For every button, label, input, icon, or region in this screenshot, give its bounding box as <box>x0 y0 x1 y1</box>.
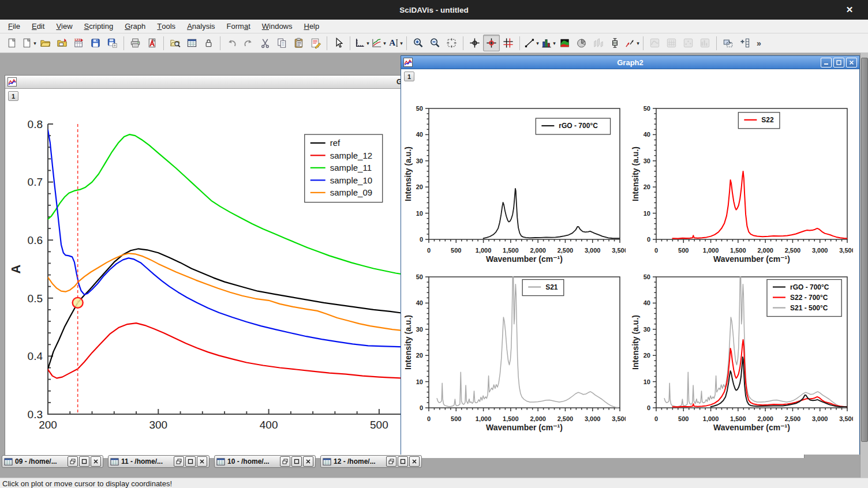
legend: S21 <box>522 280 564 296</box>
show-table-icon[interactable] <box>184 35 200 51</box>
maximize-icon[interactable] <box>833 58 844 67</box>
menu-scripting[interactable]: Scripting <box>78 20 119 33</box>
paste-icon[interactable] <box>290 35 307 51</box>
undo-icon[interactable] <box>223 35 240 51</box>
svg-text:500: 500 <box>451 415 461 422</box>
svg-text:0.6: 0.6 <box>28 234 43 246</box>
data-reader-icon[interactable] <box>483 35 500 51</box>
save-project-icon[interactable] <box>87 35 104 51</box>
menu-windows[interactable]: Windows <box>256 20 298 33</box>
workspace-scrollbar[interactable] <box>860 53 868 478</box>
cut-icon[interactable] <box>257 35 274 51</box>
svg-text:30: 30 <box>416 157 423 164</box>
import-ascii-icon[interactable]: 123 <box>70 35 87 51</box>
graph2-layer-button[interactable]: 1 <box>404 72 414 81</box>
select-range-icon[interactable] <box>500 35 517 51</box>
toolbar-overflow-chevron[interactable]: » <box>757 39 761 48</box>
zoom-in-icon[interactable] <box>410 35 426 51</box>
dropdown-arrow-icon[interactable]: ▾ <box>383 40 386 46</box>
graph2-titlebar[interactable]: Graph2 <box>401 56 859 69</box>
dropdown-arrow-icon[interactable]: ▾ <box>366 40 369 46</box>
new-project-icon[interactable] <box>3 35 20 51</box>
menu-graph[interactable]: Graph <box>119 20 151 33</box>
dropdown-arrow-icon[interactable]: ▾ <box>553 40 556 46</box>
uvvis-chart[interactable]: 2003004005000.30.40.50.60.70.8Arefsample… <box>5 89 405 457</box>
plot-vector-icon[interactable]: ▾ <box>623 35 640 51</box>
scrollbar-thumb[interactable] <box>861 58 868 442</box>
raman-chart-s22[interactable]: 05001,0001,5002,0002,5003,0003,500010203… <box>631 103 853 266</box>
plot-contour-icon[interactable] <box>556 35 573 51</box>
minimize-icon[interactable] <box>821 58 832 67</box>
svg-text:0: 0 <box>427 415 431 422</box>
svg-text:20: 20 <box>643 183 650 190</box>
close-icon[interactable] <box>91 456 101 467</box>
maximize-icon[interactable] <box>79 456 89 467</box>
svg-text:40: 40 <box>643 131 650 138</box>
menu-help[interactable]: Help <box>298 20 326 33</box>
close-icon[interactable] <box>197 456 207 467</box>
maximize-icon[interactable] <box>291 456 302 467</box>
raman-chart-s21[interactable]: 05001,0001,5002,0002,5003,0003,500010203… <box>403 271 626 434</box>
lock-toolbars-icon[interactable] <box>200 35 217 51</box>
add-text-icon[interactable]: A▾ <box>387 35 403 51</box>
close-icon[interactable] <box>846 58 857 67</box>
pointer-icon[interactable] <box>330 35 347 51</box>
rescale-icon[interactable] <box>443 35 460 51</box>
minimized-window-tab[interactable]: 12 - /home/... <box>320 455 422 468</box>
plot-pie-icon[interactable] <box>573 35 590 51</box>
plot-line-icon[interactable]: ▾ <box>523 35 540 51</box>
new-aspect-icon[interactable]: ▾ <box>20 35 37 51</box>
save-template-icon[interactable] <box>104 35 121 51</box>
menu-view[interactable]: View <box>50 20 78 33</box>
menu-edit[interactable]: Edit <box>26 20 50 33</box>
minimized-window-tab[interactable]: 10 - /home/... <box>214 455 316 468</box>
minimized-window-tab[interactable]: 09 - /home/... <box>2 455 103 468</box>
add-axes-icon[interactable]: ▾ <box>353 35 370 51</box>
edit-notes-icon[interactable] <box>307 35 324 51</box>
legend: S22 <box>738 112 780 129</box>
maximize-icon[interactable] <box>185 456 196 467</box>
zoom-out-icon[interactable] <box>426 35 443 51</box>
import-file-icon[interactable] <box>54 35 70 51</box>
dropdown-arrow-icon[interactable]: ▾ <box>637 40 639 46</box>
project-explorer-icon[interactable] <box>167 35 184 51</box>
restore-icon[interactable] <box>174 456 184 467</box>
print-icon[interactable] <box>127 35 144 51</box>
menu-format[interactable]: Format <box>221 20 256 33</box>
maximize-icon[interactable] <box>398 456 408 467</box>
menu-analysis[interactable]: Analysis <box>181 20 220 33</box>
restore-icon[interactable] <box>280 456 290 467</box>
export-pdf-icon[interactable] <box>144 35 160 51</box>
open-project-icon[interactable] <box>37 35 54 51</box>
graph1-layer-button[interactable]: 1 <box>8 91 18 101</box>
arrange-layers-icon[interactable] <box>720 35 736 51</box>
raman-chart-combined[interactable]: 05001,0001,5002,0002,5003,0003,500010203… <box>631 271 853 434</box>
plot-box-icon[interactable] <box>607 35 623 51</box>
graph2-title: Graph2 <box>401 58 859 67</box>
toolbar-separator <box>220 36 220 50</box>
restore-icon[interactable] <box>68 456 78 467</box>
restore-icon[interactable] <box>386 456 396 467</box>
dropdown-arrow-icon[interactable]: ▾ <box>536 40 539 46</box>
redo-icon[interactable] <box>240 35 257 51</box>
menu-tools[interactable]: Tools <box>151 20 181 33</box>
toolbar-separator <box>327 36 327 50</box>
plot3d-bars-icon <box>697 35 713 51</box>
screen-reader-icon[interactable] <box>466 35 483 51</box>
close-icon[interactable] <box>303 456 313 467</box>
copy-icon[interactable] <box>274 35 290 51</box>
svg-text:0.7: 0.7 <box>28 176 43 188</box>
plot-columns-icon[interactable]: ▾ <box>540 35 556 51</box>
plot3d-scatter-icon <box>680 35 697 51</box>
window-close-icon[interactable]: ✕ <box>844 4 855 16</box>
menu-file[interactable]: File <box>2 20 26 33</box>
dropdown-arrow-icon[interactable]: ▾ <box>400 40 403 46</box>
svg-text:0: 0 <box>654 415 658 422</box>
minimized-window-tab[interactable]: 11 - /home/... <box>108 455 209 468</box>
close-icon[interactable] <box>409 456 420 467</box>
dropdown-arrow-icon[interactable]: ▾ <box>33 40 36 46</box>
add-curve-icon[interactable]: ▾ <box>370 35 387 51</box>
svg-text:0.3: 0.3 <box>28 408 43 421</box>
raman-chart-rgo[interactable]: 05001,0001,5002,0002,5003,0003,500010203… <box>403 103 626 266</box>
add-layer-icon[interactable] <box>736 35 753 51</box>
